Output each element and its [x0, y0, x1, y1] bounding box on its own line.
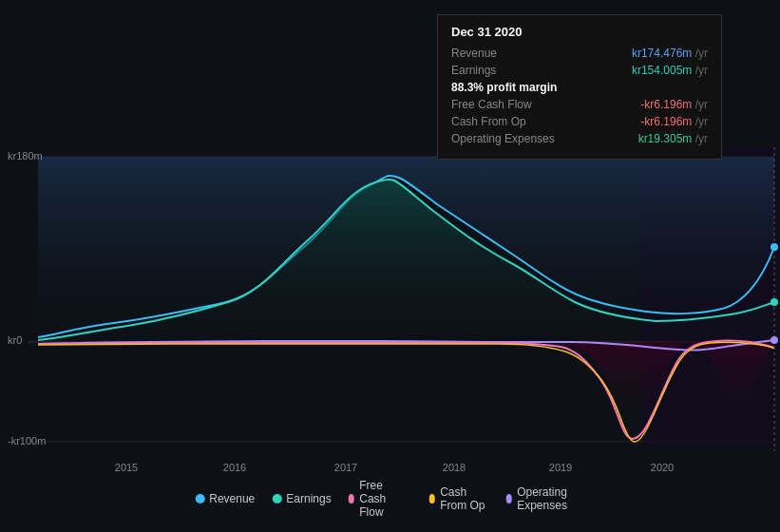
tooltip-revenue-row: Revenue kr174.476m /yr [451, 47, 708, 60]
legend-earnings-label: Earnings [286, 492, 331, 505]
tooltip-earnings-row: Earnings kr154.005m /yr [451, 64, 708, 77]
x-label-2015: 2015 [115, 462, 138, 473]
tooltip-cashop-label: Cash From Op [451, 115, 526, 128]
chart-legend: Revenue Earnings Free Cash Flow Cash Fro… [195, 479, 585, 519]
legend-earnings-dot [272, 494, 281, 504]
tooltip-opex-row: Operating Expenses kr19.305m /yr [451, 132, 708, 145]
legend-opex[interactable]: Operating Expenses [506, 485, 585, 512]
tooltip-margin-value: 88.3% profit margin [451, 81, 557, 94]
y-label-top: kr180m [8, 150, 43, 162]
tooltip-fcf-value: -kr6.196m /yr [640, 98, 708, 111]
tooltip-fcf-row: Free Cash Flow -kr6.196m /yr [451, 98, 708, 111]
y-label-bot: -kr100m [8, 435, 46, 446]
legend-opex-label: Operating Expenses [517, 485, 585, 512]
tooltip-date: Dec 31 2020 [451, 25, 708, 39]
legend-cashop-dot [429, 494, 436, 504]
tooltip-panel: Dec 31 2020 Revenue kr174.476m /yr Earni… [437, 14, 722, 160]
y-label-mid: kr0 [8, 334, 22, 346]
legend-earnings[interactable]: Earnings [272, 492, 331, 505]
svg-point-5 [770, 243, 778, 251]
svg-point-7 [770, 336, 778, 344]
x-label-2020: 2020 [651, 462, 674, 473]
x-label-2016: 2016 [223, 462, 246, 473]
tooltip-fcf-label: Free Cash Flow [451, 98, 532, 111]
svg-point-6 [770, 298, 778, 306]
legend-fcf[interactable]: Free Cash Flow [349, 479, 412, 519]
legend-fcf-dot [349, 494, 355, 504]
legend-cashop[interactable]: Cash From Op [429, 485, 489, 512]
legend-revenue-dot [195, 494, 204, 504]
chart-area: kr180m kr0 -kr100m 2015 2016 2017 2018 2… [0, 0, 780, 532]
tooltip-margin-row: 88.3% profit margin [451, 81, 708, 94]
tooltip-earnings-label: Earnings [451, 64, 496, 77]
tooltip-cashop-value: -kr6.196m /yr [640, 115, 708, 128]
tooltip-cashop-row: Cash From Op -kr6.196m /yr [451, 115, 708, 128]
x-label-2017: 2017 [334, 462, 357, 473]
tooltip-opex-label: Operating Expenses [451, 132, 555, 145]
legend-revenue-label: Revenue [209, 492, 255, 505]
tooltip-revenue-value: kr174.476m /yr [632, 47, 708, 60]
legend-cashop-label: Cash From Op [440, 485, 488, 512]
legend-fcf-label: Free Cash Flow [359, 479, 411, 519]
x-label-2019: 2019 [549, 462, 572, 473]
legend-revenue[interactable]: Revenue [195, 492, 255, 505]
legend-opex-dot [506, 494, 513, 504]
tooltip-revenue-label: Revenue [451, 47, 497, 60]
tooltip-opex-value: kr19.305m /yr [638, 132, 708, 145]
x-label-2018: 2018 [443, 462, 466, 473]
tooltip-earnings-value: kr154.005m /yr [632, 64, 708, 77]
